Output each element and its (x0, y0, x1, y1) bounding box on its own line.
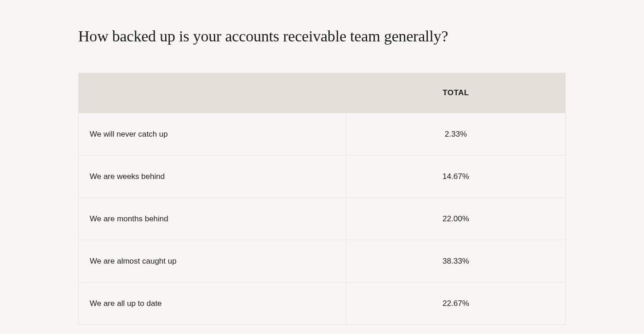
table-cell-label: We are months behind (79, 198, 346, 240)
table-cell-label: We will never catch up (79, 113, 346, 155)
table-header-empty (79, 73, 346, 113)
table-cell-label: We are almost caught up (79, 240, 346, 282)
survey-table: TOTAL We will never catch up 2.33% We ar… (78, 73, 566, 325)
table-row: We will never catch up 2.33% (79, 113, 565, 155)
table-header-total: TOTAL (346, 73, 565, 113)
table-cell-label: We are weeks behind (79, 155, 346, 197)
table-row: We are months behind 22.00% (79, 197, 565, 240)
table-cell-total: 22.00% (346, 198, 565, 240)
table-row: We are all up to date 22.67% (79, 282, 565, 324)
table-cell-total: 22.67% (346, 282, 565, 324)
table-cell-total: 14.67% (346, 155, 565, 197)
table-row: We are weeks behind 14.67% (79, 155, 565, 197)
table-cell-total: 2.33% (346, 113, 565, 155)
table-header-row: TOTAL (79, 73, 565, 113)
table-cell-label: We are all up to date (79, 282, 346, 324)
table-row: We are almost caught up 38.33% (79, 240, 565, 282)
page-title: How backed up is your accounts receivabl… (78, 28, 566, 45)
table-cell-total: 38.33% (346, 240, 565, 282)
